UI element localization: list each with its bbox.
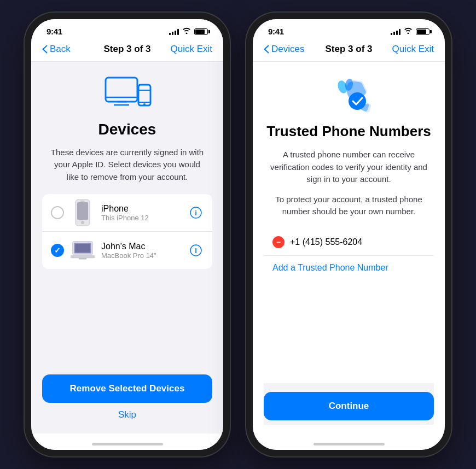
content-1: Devices These devices are currently sign… [31,62,223,433]
svg-rect-17 [79,258,87,260]
mac-info: John's Mac MacBook Pro 14" [101,242,182,260]
continue-button[interactable]: Continue [264,392,434,420]
device-checkbox-iphone[interactable] [51,206,64,219]
page-title-2: Trusted Phone Numbers [266,123,431,140]
content-2: Trusted Phone Numbers A trusted phone nu… [253,62,445,433]
iphone-info-button[interactable]: i [188,205,204,220]
device-item-iphone[interactable]: iPhone This iPhone 12 i [42,194,212,232]
svg-rect-18 [75,244,90,253]
screen-2: 9:41 Devices [253,19,445,450]
trusted-phone-icon [327,75,371,115]
bottom-actions-2: Continue [264,383,434,425]
phone-number-text: +1 (415) 555-6204 [290,237,362,247]
mac-name: John's Mac [101,242,182,251]
svg-point-7 [143,103,146,105]
battery-icon-1 [194,28,208,35]
svg-rect-16 [71,255,95,258]
phone-number-list: − +1 (415) 555-6204 Add a Trusted Phone … [264,229,434,280]
home-indicator-1 [31,433,223,450]
status-icons-2 [391,27,429,36]
device-checkbox-mac[interactable] [51,244,64,257]
svg-text:i: i [195,209,197,217]
signal-icon-2 [391,28,400,35]
devices-icon [103,75,152,113]
svg-rect-9 [77,202,88,220]
phone-1: 9:41 Back [25,13,230,456]
svg-point-10 [81,221,84,224]
battery-icon-2 [416,28,429,35]
nav-title-1: Step 3 of 3 [104,44,151,55]
iphone-model: This iPhone 12 [101,214,182,222]
bottom-actions-1: Remove Selected Devices Skip [42,366,212,425]
screen-1: 9:41 Back [31,19,223,450]
remove-phone-button[interactable]: − [272,236,285,248]
add-phone-button[interactable]: Add a Trusted Phone Number [264,256,434,280]
mac-model: MacBook Pro 14" [101,251,182,260]
skip-button[interactable]: Skip [118,409,136,420]
svg-rect-11 [80,201,85,202]
page-subtitle-2a: A trusted phone number can receive verif… [264,149,434,186]
quick-exit-button-1[interactable]: Quick Exit [169,44,212,55]
iphone-name: iPhone [101,204,182,214]
back-button-2[interactable]: Devices [264,44,307,55]
svg-rect-0 [106,78,137,102]
status-time-1: 9:41 [47,27,62,36]
phone-2: 9:41 Devices [246,13,451,456]
nav-bar-1: Back Step 3 of 3 Quick Exit [31,39,223,62]
phone-number-item[interactable]: − +1 (415) 555-6204 [264,229,434,256]
mac-info-button[interactable]: i [188,243,204,258]
signal-icon-1 [169,28,179,35]
svg-point-21 [349,92,366,110]
status-icons-1 [169,27,208,36]
mac-image [71,238,95,262]
home-indicator-2 [253,433,445,450]
page-title-1: Devices [98,120,156,139]
iphone-info: iPhone This iPhone 12 [101,204,182,222]
nav-title-2: Step 3 of 3 [326,44,373,55]
device-item-mac[interactable]: John's Mac MacBook Pro 14" i [42,232,212,269]
device-list: iPhone This iPhone 12 i [42,194,212,269]
status-time-2: 9:41 [268,27,284,36]
iphone-image [71,201,95,225]
page-subtitle-2b: To protect your account, a trusted phone… [264,194,434,218]
wifi-icon-2 [404,27,413,36]
remove-selected-button[interactable]: Remove Selected Devices [42,374,212,403]
quick-exit-button-2[interactable]: Quick Exit [390,44,434,55]
page-subtitle-1: These devices are currently signed in wi… [42,146,212,184]
svg-text:i: i [195,247,197,255]
wifi-icon-1 [182,27,191,36]
status-bar-1: 9:41 [31,19,223,39]
status-bar-2: 9:41 [253,19,445,39]
back-button-1[interactable]: Back [42,44,86,55]
nav-bar-2: Devices Step 3 of 3 Quick Exit [253,39,445,62]
